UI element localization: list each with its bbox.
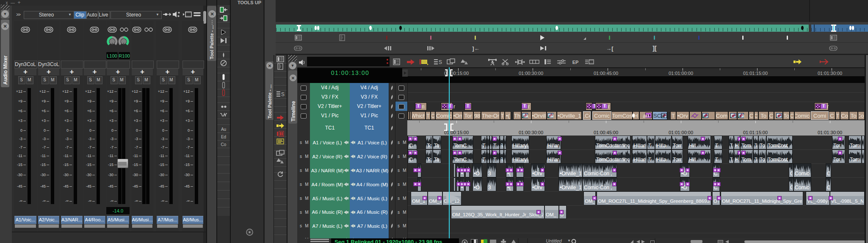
svg-text:S: S bbox=[281, 91, 285, 97]
svg-text:S: S bbox=[439, 59, 442, 65]
